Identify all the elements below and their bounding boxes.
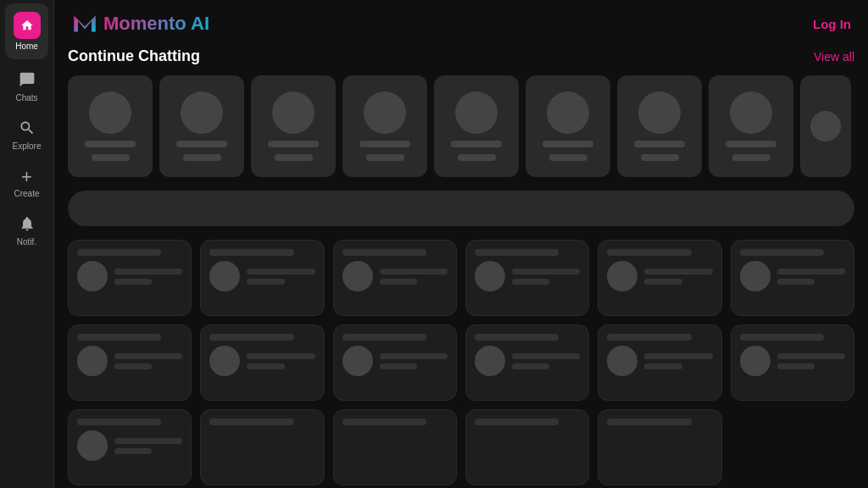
sidebar-label-notif: Notif. [17,237,36,247]
list-item[interactable] [333,324,457,401]
list-item[interactable] [68,409,192,485]
sidebar-item-home[interactable]: Home [5,3,48,59]
list-item[interactable] [598,324,721,401]
chat-card[interactable] [68,75,153,177]
sub-placeholder [183,154,221,161]
avatar [810,111,841,141]
section-title: Continue Chatting [68,47,200,65]
section-header: Continue Chatting View all [68,47,854,65]
name-placeholder [542,141,593,147]
list-item[interactable] [598,409,721,485]
list-item[interactable] [731,240,854,316]
logo: Momento AI [71,10,209,37]
avatar [77,261,108,291]
list-item[interactable] [465,409,589,485]
app-name: Momento AI [103,13,209,35]
list-item[interactable] [200,409,324,485]
chat-card[interactable] [800,75,851,177]
name-placeholder [176,141,227,147]
name-placeholder [451,141,502,147]
sub-placeholder [275,154,313,161]
chat-card[interactable] [342,75,427,177]
sidebar-label-home: Home [15,42,38,51]
logo-icon [71,10,98,37]
avatar [342,261,373,291]
chats-icon [19,71,36,91]
avatar [209,261,240,291]
chat-cards-row [68,75,854,177]
chat-card[interactable] [617,75,702,177]
chat-card[interactable] [159,75,244,177]
notif-icon [19,215,36,235]
cards-grid-row2 [68,324,854,401]
header: Momento AI Log In [54,0,868,47]
avatar [77,346,108,376]
sub-placeholder [458,154,496,161]
name-placeholder [726,141,776,147]
list-item[interactable] [68,240,192,316]
avatar [77,430,108,461]
cards-grid-row1 [68,240,854,316]
avatar [475,346,505,376]
list-item[interactable] [598,240,721,316]
avatar [209,346,240,376]
chat-card[interactable] [434,75,519,177]
name-placeholder [359,141,410,147]
content-area: Continue Chatting View all [54,47,868,488]
avatar [740,346,771,376]
sub-placeholder [641,154,679,161]
home-icon [14,12,41,39]
list-item[interactable] [465,324,589,401]
sidebar-item-chats[interactable]: Chats [0,63,53,111]
avatar [607,346,637,376]
sub-placeholder [732,154,771,161]
create-icon: + [21,168,32,186]
avatar [740,261,771,291]
view-all-button[interactable]: View all [814,50,854,64]
chat-card[interactable] [251,75,336,177]
chat-card[interactable] [709,75,793,177]
search-bar[interactable] [68,191,854,226]
avatar [547,92,589,134]
list-item[interactable] [68,324,192,401]
sidebar-label-chats: Chats [15,93,37,103]
sidebar-item-create[interactable]: + Create [0,159,53,207]
avatar [272,92,314,134]
sub-placeholder [92,154,130,161]
list-item[interactable] [333,409,457,485]
avatar [181,92,223,134]
chat-card[interactable] [526,75,610,177]
avatar [638,92,681,134]
name-placeholder [85,141,136,147]
cards-grid-row3 [68,409,854,485]
avatar [89,92,131,134]
list-item[interactable] [200,240,324,316]
explore-icon [19,119,36,139]
main-content: Momento AI Log In Continue Chatting View… [54,0,868,488]
list-item[interactable] [333,240,457,316]
avatar [455,92,498,134]
sidebar: Home Chats Explore + Create Notif. [0,0,54,488]
sidebar-label-explore: Explore [13,141,42,151]
avatar [607,261,637,291]
login-button[interactable]: Log In [813,17,851,31]
sidebar-item-explore[interactable]: Explore [0,111,53,159]
avatar [364,92,406,134]
list-item[interactable] [200,324,324,401]
sidebar-label-create: Create [14,189,39,198]
name-placeholder [634,141,685,147]
sub-placeholder [549,154,587,161]
name-placeholder [268,141,319,147]
list-item[interactable] [465,240,589,316]
sidebar-item-notif[interactable]: Notif. [0,207,53,255]
list-item[interactable] [731,324,854,401]
avatar [342,346,373,376]
avatar [730,92,772,134]
avatar [475,261,505,291]
sub-placeholder [366,154,404,161]
